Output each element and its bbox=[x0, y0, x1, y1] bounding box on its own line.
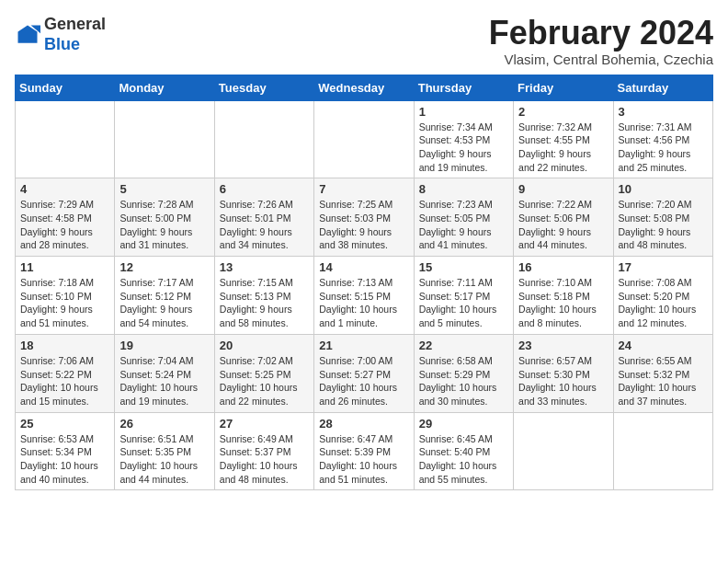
day-info: Sunrise: 7:25 AM Sunset: 5:03 PM Dayligh… bbox=[319, 198, 408, 252]
day-number: 19 bbox=[119, 339, 209, 352]
day-info: Sunrise: 7:22 AM Sunset: 5:06 PM Dayligh… bbox=[518, 198, 608, 252]
logo-general-text: General bbox=[44, 15, 106, 35]
day-number: 8 bbox=[419, 182, 508, 196]
calendar-cell: 6Sunrise: 7:26 AM Sunset: 5:01 PM Daylig… bbox=[214, 178, 313, 257]
calendar-cell: 16Sunrise: 7:10 AM Sunset: 5:18 PM Dayli… bbox=[514, 257, 613, 335]
calendar-cell: 14Sunrise: 7:13 AM Sunset: 5:15 PM Dayli… bbox=[314, 257, 414, 335]
calendar-cell: 9Sunrise: 7:22 AM Sunset: 5:06 PM Daylig… bbox=[514, 178, 613, 257]
day-number: 28 bbox=[319, 417, 408, 431]
day-info: Sunrise: 7:08 AM Sunset: 5:20 PM Dayligh… bbox=[619, 276, 708, 330]
calendar-cell bbox=[16, 100, 115, 178]
day-info: Sunrise: 6:53 AM Sunset: 5:34 PM Dayligh… bbox=[20, 432, 109, 487]
calendar-table: SundayMondayTuesdayWednesdayThursdayFrid… bbox=[15, 75, 713, 491]
day-number: 25 bbox=[20, 417, 109, 431]
calendar-cell bbox=[314, 100, 414, 178]
day-number: 13 bbox=[220, 260, 309, 274]
calendar-cell: 7Sunrise: 7:25 AM Sunset: 5:03 PM Daylig… bbox=[314, 178, 414, 257]
calendar-cell: 15Sunrise: 7:11 AM Sunset: 5:17 PM Dayli… bbox=[414, 257, 513, 335]
day-info: Sunrise: 7:17 AM Sunset: 5:12 PM Dayligh… bbox=[119, 276, 209, 330]
day-info: Sunrise: 6:45 AM Sunset: 5:40 PM Dayligh… bbox=[419, 432, 508, 487]
calendar-cell: 22Sunrise: 6:58 AM Sunset: 5:29 PM Dayli… bbox=[414, 334, 513, 412]
weekday-header-thursday: Thursday bbox=[414, 75, 513, 100]
day-number: 17 bbox=[619, 260, 708, 274]
day-info: Sunrise: 7:15 AM Sunset: 5:13 PM Dayligh… bbox=[220, 276, 309, 330]
weekday-header-wednesday: Wednesday bbox=[314, 75, 414, 100]
header: General Blue February 2024 Vlasim, Centr… bbox=[15, 15, 713, 67]
calendar-body: 1Sunrise: 7:34 AM Sunset: 4:53 PM Daylig… bbox=[16, 100, 713, 490]
calendar-cell: 27Sunrise: 6:49 AM Sunset: 5:37 PM Dayli… bbox=[214, 412, 313, 490]
calendar-cell: 17Sunrise: 7:08 AM Sunset: 5:20 PM Dayli… bbox=[613, 257, 712, 335]
calendar-cell bbox=[214, 100, 313, 178]
calendar-week-4: 18Sunrise: 7:06 AM Sunset: 5:22 PM Dayli… bbox=[16, 334, 713, 412]
day-number: 23 bbox=[518, 339, 608, 352]
logo-icon bbox=[15, 22, 40, 48]
day-info: Sunrise: 7:23 AM Sunset: 5:05 PM Dayligh… bbox=[419, 198, 508, 252]
day-number: 4 bbox=[20, 182, 109, 196]
calendar-cell: 23Sunrise: 6:57 AM Sunset: 5:30 PM Dayli… bbox=[514, 334, 613, 412]
logo: General Blue bbox=[15, 15, 106, 54]
day-number: 22 bbox=[419, 339, 508, 352]
calendar-cell: 19Sunrise: 7:04 AM Sunset: 5:24 PM Dayli… bbox=[115, 334, 214, 412]
weekday-header-sunday: Sunday bbox=[16, 75, 115, 100]
calendar-cell: 1Sunrise: 7:34 AM Sunset: 4:53 PM Daylig… bbox=[414, 100, 513, 178]
day-info: Sunrise: 7:34 AM Sunset: 4:53 PM Dayligh… bbox=[419, 121, 508, 175]
weekday-header-saturday: Saturday bbox=[613, 75, 712, 100]
weekday-header-tuesday: Tuesday bbox=[214, 75, 313, 100]
calendar-week-5: 25Sunrise: 6:53 AM Sunset: 5:34 PM Dayli… bbox=[16, 412, 713, 490]
day-number: 11 bbox=[20, 260, 109, 274]
day-number: 10 bbox=[619, 182, 708, 196]
calendar-cell: 10Sunrise: 7:20 AM Sunset: 5:08 PM Dayli… bbox=[613, 178, 712, 257]
day-number: 7 bbox=[319, 182, 408, 196]
calendar-cell: 3Sunrise: 7:31 AM Sunset: 4:56 PM Daylig… bbox=[613, 100, 712, 178]
calendar-cell: 25Sunrise: 6:53 AM Sunset: 5:34 PM Dayli… bbox=[16, 412, 115, 490]
logo-blue-text: Blue bbox=[44, 35, 106, 55]
calendar-cell: 21Sunrise: 7:00 AM Sunset: 5:27 PM Dayli… bbox=[314, 334, 414, 412]
day-number: 3 bbox=[619, 105, 708, 119]
calendar-week-2: 4Sunrise: 7:29 AM Sunset: 4:58 PM Daylig… bbox=[16, 178, 713, 257]
day-number: 27 bbox=[220, 417, 309, 431]
day-info: Sunrise: 7:31 AM Sunset: 4:56 PM Dayligh… bbox=[619, 121, 708, 175]
weekday-header-row: SundayMondayTuesdayWednesdayThursdayFrid… bbox=[16, 75, 713, 100]
day-number: 15 bbox=[419, 260, 508, 274]
calendar-cell: 26Sunrise: 6:51 AM Sunset: 5:35 PM Dayli… bbox=[115, 412, 214, 490]
calendar-cell: 28Sunrise: 6:47 AM Sunset: 5:39 PM Dayli… bbox=[314, 412, 414, 490]
calendar-cell: 18Sunrise: 7:06 AM Sunset: 5:22 PM Dayli… bbox=[16, 334, 115, 412]
calendar-cell: 12Sunrise: 7:17 AM Sunset: 5:12 PM Dayli… bbox=[115, 257, 214, 335]
day-number: 20 bbox=[220, 339, 309, 352]
day-info: Sunrise: 7:02 AM Sunset: 5:25 PM Dayligh… bbox=[220, 354, 309, 408]
day-info: Sunrise: 6:47 AM Sunset: 5:39 PM Dayligh… bbox=[319, 432, 408, 487]
calendar-cell bbox=[613, 412, 712, 490]
day-info: Sunrise: 6:55 AM Sunset: 5:32 PM Dayligh… bbox=[619, 354, 708, 408]
calendar-title: February 2024 bbox=[489, 15, 713, 52]
day-number: 18 bbox=[20, 339, 109, 352]
day-number: 29 bbox=[419, 417, 508, 431]
day-info: Sunrise: 7:00 AM Sunset: 5:27 PM Dayligh… bbox=[319, 354, 408, 408]
day-info: Sunrise: 7:28 AM Sunset: 5:00 PM Dayligh… bbox=[119, 198, 209, 252]
calendar-cell: 4Sunrise: 7:29 AM Sunset: 4:58 PM Daylig… bbox=[16, 178, 115, 257]
calendar-cell: 8Sunrise: 7:23 AM Sunset: 5:05 PM Daylig… bbox=[414, 178, 513, 257]
day-number: 14 bbox=[319, 260, 408, 274]
day-info: Sunrise: 7:04 AM Sunset: 5:24 PM Dayligh… bbox=[119, 354, 209, 408]
day-number: 9 bbox=[518, 182, 608, 196]
calendar-cell: 5Sunrise: 7:28 AM Sunset: 5:00 PM Daylig… bbox=[115, 178, 214, 257]
day-info: Sunrise: 6:58 AM Sunset: 5:29 PM Dayligh… bbox=[419, 354, 508, 408]
day-number: 26 bbox=[119, 417, 209, 431]
weekday-header-monday: Monday bbox=[115, 75, 214, 100]
day-number: 24 bbox=[619, 339, 708, 352]
day-number: 21 bbox=[319, 339, 408, 352]
day-number: 6 bbox=[220, 182, 309, 196]
title-area: February 2024 Vlasim, Central Bohemia, C… bbox=[489, 15, 713, 67]
day-number: 12 bbox=[119, 260, 209, 274]
day-info: Sunrise: 6:57 AM Sunset: 5:30 PM Dayligh… bbox=[518, 354, 608, 408]
calendar-cell: 24Sunrise: 6:55 AM Sunset: 5:32 PM Dayli… bbox=[613, 334, 712, 412]
calendar-cell: 29Sunrise: 6:45 AM Sunset: 5:40 PM Dayli… bbox=[414, 412, 513, 490]
day-info: Sunrise: 7:20 AM Sunset: 5:08 PM Dayligh… bbox=[619, 198, 708, 252]
day-info: Sunrise: 7:32 AM Sunset: 4:55 PM Dayligh… bbox=[518, 121, 608, 175]
day-info: Sunrise: 7:26 AM Sunset: 5:01 PM Dayligh… bbox=[220, 198, 309, 252]
day-info: Sunrise: 7:13 AM Sunset: 5:15 PM Dayligh… bbox=[319, 276, 408, 330]
calendar-cell: 2Sunrise: 7:32 AM Sunset: 4:55 PM Daylig… bbox=[514, 100, 613, 178]
calendar-subtitle: Vlasim, Central Bohemia, Czechia bbox=[489, 52, 713, 67]
day-info: Sunrise: 7:10 AM Sunset: 5:18 PM Dayligh… bbox=[518, 276, 608, 330]
weekday-header-friday: Friday bbox=[514, 75, 613, 100]
day-number: 5 bbox=[119, 182, 209, 196]
